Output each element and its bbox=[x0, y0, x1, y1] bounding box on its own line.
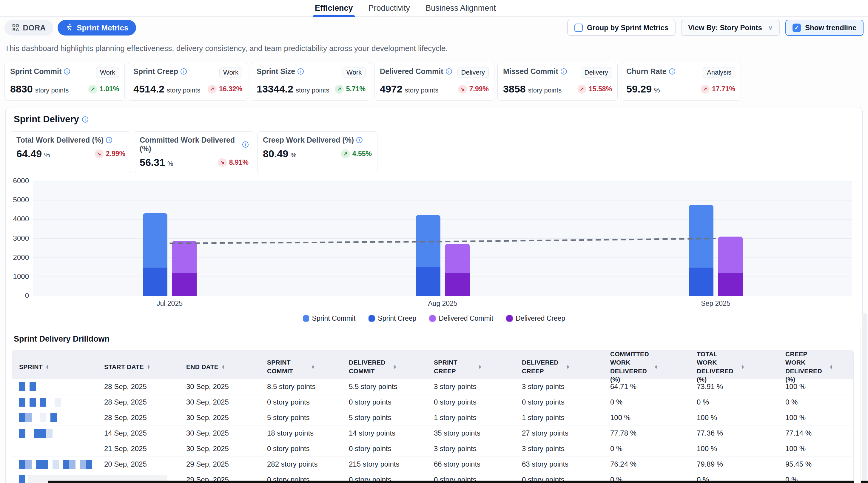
redaction-block bbox=[34, 429, 46, 438]
sprint-metrics-label: Sprint Metrics bbox=[77, 23, 128, 33]
table-row[interactable]: 20 Sep, 202529 Sep, 2025282 story points… bbox=[12, 456, 854, 472]
cell-start-date: 14 Sep, 2025 bbox=[97, 429, 179, 437]
column-header-label: START DATE bbox=[104, 363, 144, 371]
dora-button-label: DORA bbox=[23, 23, 46, 33]
redaction-block bbox=[19, 413, 25, 422]
cell-sprint-commit: 282 story points bbox=[260, 460, 342, 469]
legend-label: Sprint Commit bbox=[312, 315, 356, 322]
tab-business-alignment[interactable]: Business Alignment bbox=[426, 0, 496, 17]
legend-item-delivered-commit[interactable]: Delivered Commit bbox=[429, 315, 493, 322]
trend-value: 5.71% bbox=[346, 85, 366, 93]
cell-sprint-commit: 18 story points bbox=[260, 429, 342, 437]
show-trendline-toggle[interactable]: ✓ Show trendline bbox=[785, 20, 864, 36]
cell-delivered-commit: 215 story points bbox=[342, 460, 427, 469]
column-header-label: SPRINT CREEP bbox=[434, 358, 475, 375]
column-header-committed-work-delivered[interactable]: COMMITTED WORK DELIVERED (%)▲▼ bbox=[603, 350, 689, 384]
cell-delivered-creep: 3 story points bbox=[515, 445, 603, 453]
sprint-delivery-drilldown-table: SPRINT▲▼START DATE▲▼END DATE▲▼SPRINT COM… bbox=[12, 350, 854, 483]
table-body: 28 Sep, 202530 Sep, 20258.5 story points… bbox=[12, 379, 854, 483]
x-axis-label-sep-2025: Sep 2025 bbox=[686, 299, 746, 308]
cell-total-work-delivered: 0 % bbox=[689, 398, 778, 406]
table-row[interactable]: 21 Sep, 202530 Sep, 20250 story points0 … bbox=[12, 441, 854, 456]
category-badge: Delivery bbox=[458, 67, 489, 78]
cell-start-date: 28 Sep, 2025 bbox=[97, 383, 179, 391]
show-trendline-label: Show trendline bbox=[805, 24, 856, 32]
legend-label: Sprint Creep bbox=[378, 315, 416, 322]
card-title-text: Delivered Commit bbox=[380, 67, 443, 76]
card-unit: story points bbox=[167, 87, 200, 94]
group-by-checkbox[interactable] bbox=[575, 24, 583, 32]
column-header-end-date[interactable]: END DATE▲▼ bbox=[179, 363, 260, 371]
cell-end-date: 30 Sep, 2025 bbox=[179, 445, 260, 453]
page-scrollbar-thumb[interactable] bbox=[862, 313, 867, 481]
card-title: Creep Work Delivered (%)i bbox=[263, 136, 363, 144]
y-axis-tick-5000: 5000 bbox=[12, 196, 29, 204]
table-row[interactable]: 28 Sep, 202530 Sep, 20255 story points5 … bbox=[12, 410, 854, 425]
info-icon[interactable]: i bbox=[298, 68, 304, 74]
redaction-block bbox=[86, 460, 92, 469]
column-header-delivered-creep[interactable]: DELIVERED CREEP▲▼ bbox=[515, 358, 603, 375]
cell-sprint-creep: 35 story points bbox=[427, 429, 515, 437]
trend-indicator: ↗1.01% bbox=[88, 85, 119, 94]
cell-delivered-commit: 0 story points bbox=[342, 445, 427, 453]
arrow-up-right-icon: ↗ bbox=[341, 150, 350, 158]
info-icon[interactable]: i bbox=[106, 137, 112, 143]
column-header-sprint-commit[interactable]: SPRINT COMMIT▲▼ bbox=[260, 358, 342, 375]
info-icon[interactable]: i bbox=[669, 68, 675, 74]
info-icon[interactable]: i bbox=[82, 116, 88, 123]
cell-sprint-creep: 3 story points bbox=[427, 383, 515, 391]
table-row[interactable]: 14 Sep, 202530 Sep, 202518 story points1… bbox=[12, 425, 854, 441]
column-header-total-work-delivered[interactable]: TOTAL WORK DELIVERED (%)▲▼ bbox=[689, 350, 778, 384]
card-title: Sprint Commiti bbox=[10, 67, 70, 76]
table-scroll-gutter[interactable] bbox=[854, 328, 861, 483]
info-icon[interactable]: i bbox=[356, 137, 363, 143]
trend-value: 8.91% bbox=[229, 158, 249, 166]
y-axis-tick-4000: 4000 bbox=[12, 215, 29, 223]
cell-delivered-commit: 5.5 story points bbox=[342, 383, 427, 391]
arrow-up-right-icon: ↗ bbox=[88, 85, 97, 94]
arrow-up-right-icon: ↗ bbox=[335, 85, 344, 94]
dashboard-page: EfficiencyProductivityBusiness Alignment… bbox=[0, 0, 868, 483]
redaction-block bbox=[25, 382, 30, 391]
dora-logo-icon: DORA bbox=[12, 24, 20, 32]
column-header-delivered-commit[interactable]: DELIVERED COMMIT▲▼ bbox=[342, 358, 427, 375]
card-title-text: Creep Work Delivered (%) bbox=[263, 136, 354, 144]
legend-item-delivered-creep[interactable]: Delivered Creep bbox=[506, 315, 565, 322]
tab-efficiency[interactable]: Efficiency bbox=[315, 0, 353, 17]
cell-delivered-creep: 1 story points bbox=[515, 414, 603, 422]
metric-card-churn-rate: Churn RateiAnalysis59.29%↗17.71% bbox=[621, 62, 741, 100]
column-header-label: DELIVERED CREEP bbox=[522, 358, 563, 375]
column-header-creep-work-delivered[interactable]: CREEP WORK DELIVERED (%)▲▼ bbox=[778, 350, 854, 384]
redaction-block bbox=[19, 398, 25, 407]
info-icon[interactable]: i bbox=[561, 68, 567, 74]
card-title: Sprint Sizei bbox=[257, 67, 304, 76]
sprint-metrics-button[interactable]: Sprint Metrics bbox=[58, 20, 136, 35]
column-header-sprint[interactable]: SPRINT▲▼ bbox=[12, 363, 97, 371]
info-icon[interactable]: i bbox=[64, 68, 70, 74]
info-icon[interactable]: i bbox=[446, 68, 452, 74]
info-icon[interactable]: i bbox=[181, 68, 187, 74]
delivery-card-total-work-delivered: Total Work Delivered (%)i64.49%↘2.99% bbox=[11, 131, 131, 173]
legend-item-sprint-creep[interactable]: Sprint Creep bbox=[369, 315, 416, 322]
cell-total-work-delivered: 77.36 % bbox=[689, 429, 778, 437]
column-header-sprint-creep[interactable]: SPRINT CREEP▲▼ bbox=[427, 358, 515, 375]
cell-creep-work-delivered: 0 % bbox=[778, 398, 854, 406]
dora-button[interactable]: DORA DORA bbox=[4, 20, 54, 35]
tab-productivity[interactable]: Productivity bbox=[369, 0, 410, 17]
legend-item-sprint-commit[interactable]: Sprint Commit bbox=[303, 315, 356, 322]
group-by-sprint-metrics-toggle[interactable]: Group by Sprint Metrics bbox=[567, 20, 676, 36]
metric-card-sprint-creep: Sprint CreepiWork4514.2story points↗16.3… bbox=[128, 62, 248, 100]
cell-start-date: 28 Sep, 2025 bbox=[97, 398, 179, 406]
sort-icon: ▲▼ bbox=[654, 365, 658, 369]
info-icon[interactable]: i bbox=[242, 141, 249, 148]
cell-total-work-delivered: 100 % bbox=[689, 414, 778, 422]
column-header-start-date[interactable]: START DATE▲▼ bbox=[97, 363, 179, 371]
show-trendline-checkbox[interactable]: ✓ bbox=[793, 24, 801, 32]
redaction-block bbox=[69, 460, 75, 469]
card-title-text: Sprint Commit bbox=[10, 67, 61, 76]
card-title: Churn Ratei bbox=[626, 67, 675, 76]
cell-end-date: 30 Sep, 2025 bbox=[179, 429, 260, 437]
table-row[interactable]: 28 Sep, 202530 Sep, 20250 story points0 … bbox=[12, 394, 854, 410]
view-by-label: View By: Story Points bbox=[688, 24, 762, 32]
view-by-dropdown[interactable]: View By: Story Points ∨ bbox=[681, 20, 780, 36]
